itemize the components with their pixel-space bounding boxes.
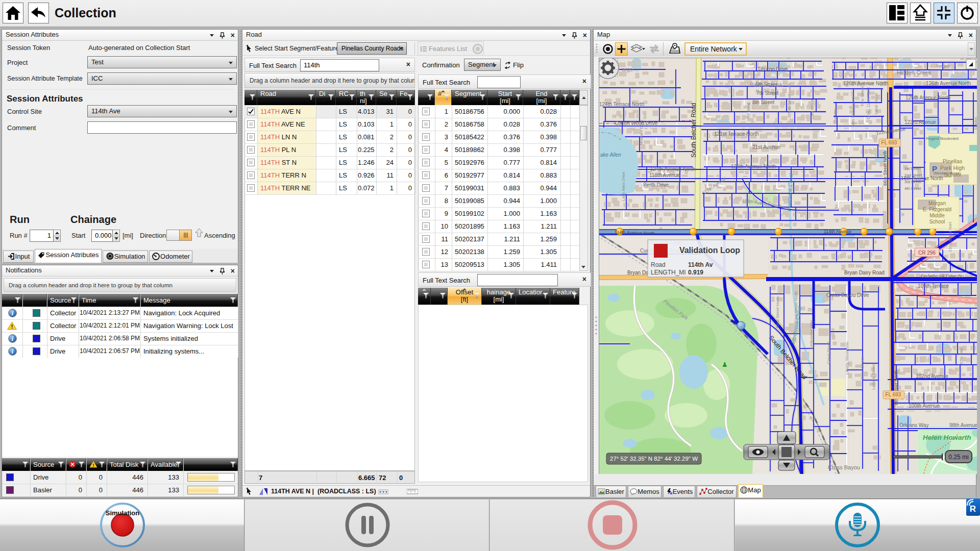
svg-text:102nd Avenue: 102nd Avenue xyxy=(916,373,948,379)
svg-text:Cross Bayou Drive: Cross Bayou Drive xyxy=(826,292,869,298)
svg-text:6th Street: 6th Street xyxy=(755,82,778,87)
svg-text:LENGTH_MI: LENGTH_MI xyxy=(651,269,686,276)
svg-text:FL 693: FL 693 xyxy=(886,392,901,397)
svg-text:Canal Street: Canal Street xyxy=(826,341,831,364)
svg-text:Tiburon Drive: Tiburon Drive xyxy=(757,66,788,72)
svg-text:3rd Street: 3rd Street xyxy=(904,180,922,184)
svg-text:FL 693: FL 693 xyxy=(881,140,897,145)
svg-text:2nd Street: 2nd Street xyxy=(904,173,923,178)
svg-text:121st Terrace North: 121st Terrace North xyxy=(714,131,759,137)
svg-text:Lake Allen Drive: Lake Allen Drive xyxy=(621,171,626,201)
svg-text:P: P xyxy=(932,164,937,173)
svg-text:123rd Avenue: 123rd Avenue xyxy=(904,119,936,125)
svg-text:!: ! xyxy=(93,463,94,468)
svg-text:72nd Street North: 72nd Street North xyxy=(775,296,780,329)
svg-text:118th Avenue: 118th Avenue xyxy=(649,172,680,178)
svg-text:124th Avenue North: 124th Avenue North xyxy=(650,166,695,172)
svg-text:126th Avenue North: 126th Avenue North xyxy=(926,81,971,86)
svg-text:E. Fitzgerald: E. Fitzgerald xyxy=(923,207,951,212)
svg-text:♟: ♟ xyxy=(722,361,728,368)
svg-text:8th Street: 8th Street xyxy=(752,99,775,105)
svg-text:Cross Street East: Cross Street East xyxy=(866,87,871,119)
svg-text:114th Av: 114th Av xyxy=(688,261,713,268)
svg-text:114th Avenue: 114th Avenue xyxy=(824,229,851,234)
svg-text:66th Street North: 66th Street North xyxy=(894,370,899,405)
svg-text:0.919: 0.919 xyxy=(688,269,703,276)
svg-text:70th Street North: 70th Street North xyxy=(787,83,792,114)
svg-text:67th Stre: 67th Stre xyxy=(959,347,964,364)
svg-text:Tree Street: Tree Street xyxy=(860,86,865,107)
svg-text:Road: Road xyxy=(651,261,666,268)
svg-text:Pinellas: Pinellas xyxy=(943,158,963,164)
svg-text:R: R xyxy=(970,504,976,514)
svg-text:Morgan: Morgan xyxy=(928,201,946,206)
svg-text:Cross Bayou: Cross Bayou xyxy=(828,464,860,470)
svg-text:125th Avenue North: 125th Avenue North xyxy=(905,95,950,101)
svg-text:4th Street: 4th Street xyxy=(904,186,921,191)
svg-text:109th Terrace: 109th Terrace xyxy=(918,283,949,289)
svg-text:Bryan Dairy Road: Bryan Dairy Road xyxy=(844,270,885,276)
svg-text:Validation Loop: Validation Loop xyxy=(679,246,740,255)
svg-text:Perth Drive: Perth Drive xyxy=(643,182,669,188)
svg-text:Orleans Way: Orleans Way xyxy=(899,422,928,428)
svg-text:Cotton Wood Drive: Cotton Wood Drive xyxy=(615,120,658,126)
svg-text:120th Avenue North: 120th Avenue North xyxy=(731,164,776,169)
svg-text:School: School xyxy=(929,219,945,224)
svg-text:argo: argo xyxy=(622,66,633,72)
svg-text:27° 52' 32.35" N 82° 44' 32.29: 27° 52' 32.35" N 82° 44' 32.29" W xyxy=(610,456,698,462)
svg-text:21st Way: 21st Way xyxy=(833,108,838,124)
svg-text:Middle: Middle xyxy=(929,213,945,218)
svg-text:73rd Street: 73rd Street xyxy=(810,99,815,119)
svg-text:Helen Howarth: Helen Howarth xyxy=(923,434,971,441)
svg-text:Monlaro Drive: Monlaro Drive xyxy=(639,119,644,145)
svg-text:Gladys: Gladys xyxy=(973,117,977,130)
svg-text:ard West: ard West xyxy=(746,103,751,119)
svg-text:22nd Street Nort: 22nd Street Nort xyxy=(948,222,952,252)
svg-text:Park High: Park High xyxy=(940,165,965,171)
svg-text:98th Avenue: 98th Avenue xyxy=(949,422,977,428)
svg-text:0.25 mi: 0.25 mi xyxy=(948,454,968,461)
svg-text:School: School xyxy=(944,171,961,178)
svg-text:Land Street: Land Street xyxy=(874,93,878,114)
svg-text:!: ! xyxy=(11,323,13,330)
svg-text:100th Avenue: 100th Avenue xyxy=(909,403,940,409)
svg-text:LaSalle Street: LaSalle Street xyxy=(871,364,876,390)
svg-text:Liberty Street Sou: Liberty Street Sou xyxy=(845,342,849,374)
svg-text:Cedarbrook Drive So: Cedarbrook Drive So xyxy=(921,273,964,279)
svg-text:21st Avenue: 21st Avenue xyxy=(752,144,780,150)
svg-text:CR 296: CR 296 xyxy=(918,250,936,256)
svg-text:South Belcher Road: South Belcher Road xyxy=(690,103,697,158)
svg-text:7th Street: 7th Street xyxy=(756,90,779,96)
svg-text:Regent Boulevard: Regent Boulevard xyxy=(926,136,959,141)
svg-text:124th Terrace North: 124th Terrace North xyxy=(599,102,644,107)
svg-text:ake Allen: ake Allen xyxy=(600,152,621,158)
svg-text:68th Street North: 68th Street North xyxy=(851,96,855,127)
svg-text:66th Street North: 66th Street North xyxy=(883,151,888,186)
svg-text:Endeavour Way: Endeavour Way xyxy=(809,320,814,349)
svg-text:126th Avenue North: 126th Avenue North xyxy=(843,81,888,86)
svg-text:Hidden Creek: Hidden Creek xyxy=(897,69,932,76)
svg-text:Basin Street: Basin Street xyxy=(860,357,865,380)
svg-text:1st Street: 1st Street xyxy=(904,166,921,171)
svg-text:Tangelo: Tangelo xyxy=(936,64,951,68)
